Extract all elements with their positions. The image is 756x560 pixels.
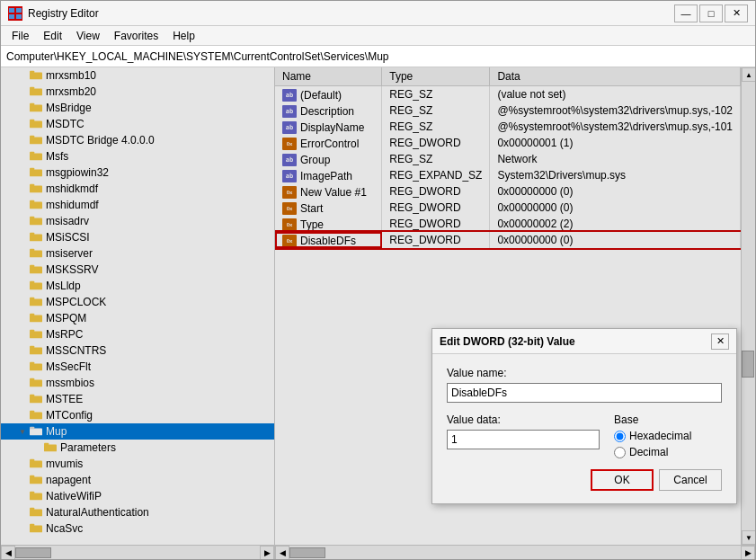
menu-file[interactable]: File xyxy=(4,28,36,44)
edit-dword-dialog: Edit DWORD (32-bit) Value ✕ Value name: … xyxy=(431,328,737,504)
window-title: Registry Editor xyxy=(28,7,99,20)
svg-rect-0 xyxy=(9,8,14,13)
dialog-buttons: OK Cancel xyxy=(447,469,722,491)
hexadecimal-label: Hexadecimal xyxy=(629,430,691,442)
value-data-label: Value data: xyxy=(447,413,600,426)
close-button[interactable]: ✕ xyxy=(725,4,748,22)
registry-editor-icon xyxy=(8,6,22,21)
hexadecimal-radio-label[interactable]: Hexadecimal xyxy=(614,430,722,442)
title-bar-left: Registry Editor xyxy=(8,6,99,21)
dialog-close-button[interactable]: ✕ xyxy=(711,333,729,350)
value-data-input[interactable] xyxy=(447,430,600,449)
dialog-body: Value name: Value data: Base xyxy=(432,354,736,503)
main-content: mrxsmb10 mrxsmb20 MsBridge MSDTC MSDTC B… xyxy=(1,67,755,559)
menu-bar: File Edit View Favorites Help xyxy=(1,26,755,46)
menu-favorites[interactable]: Favorites xyxy=(107,28,165,44)
address-bar: Computer\HKEY_LOCAL_MACHINE\SYSTEM\Curre… xyxy=(1,46,755,67)
dialog-title-bar: Edit DWORD (32-bit) Value ✕ xyxy=(432,329,736,354)
minimize-button[interactable]: — xyxy=(674,4,698,22)
base-label: Base xyxy=(614,413,722,426)
value-name-input[interactable] xyxy=(447,383,722,403)
decimal-radio-label[interactable]: Decimal xyxy=(614,446,722,458)
menu-view[interactable]: View xyxy=(69,28,107,44)
svg-rect-2 xyxy=(9,14,14,19)
title-bar: Registry Editor — □ ✕ xyxy=(1,1,755,26)
decimal-radio[interactable] xyxy=(614,447,626,458)
svg-rect-1 xyxy=(16,8,22,13)
title-controls: — □ ✕ xyxy=(674,4,748,22)
svg-rect-3 xyxy=(16,14,22,19)
dialog-overlay: Edit DWORD (32-bit) Value ✕ Value name: … xyxy=(1,67,755,559)
data-base-row: Value data: Base Hexadecimal xyxy=(447,413,722,458)
menu-edit[interactable]: Edit xyxy=(36,28,69,44)
menu-help[interactable]: Help xyxy=(165,28,202,44)
ok-button[interactable]: OK xyxy=(591,469,654,491)
registry-editor-window: Registry Editor — □ ✕ File Edit View Fav… xyxy=(0,0,756,560)
data-column: Value data: xyxy=(447,413,600,458)
base-radio-group: Hexadecimal Decimal xyxy=(614,430,722,458)
maximize-button[interactable]: □ xyxy=(699,4,723,22)
address-path: Computer\HKEY_LOCAL_MACHINE\SYSTEM\Curre… xyxy=(6,50,388,63)
decimal-label: Decimal xyxy=(629,446,668,458)
hexadecimal-radio[interactable] xyxy=(614,431,626,442)
dialog-title: Edit DWORD (32-bit) Value xyxy=(440,335,575,348)
cancel-button[interactable]: Cancel xyxy=(659,469,722,491)
value-name-label: Value name: xyxy=(447,367,722,379)
base-column: Base Hexadecimal Decimal xyxy=(614,413,722,458)
